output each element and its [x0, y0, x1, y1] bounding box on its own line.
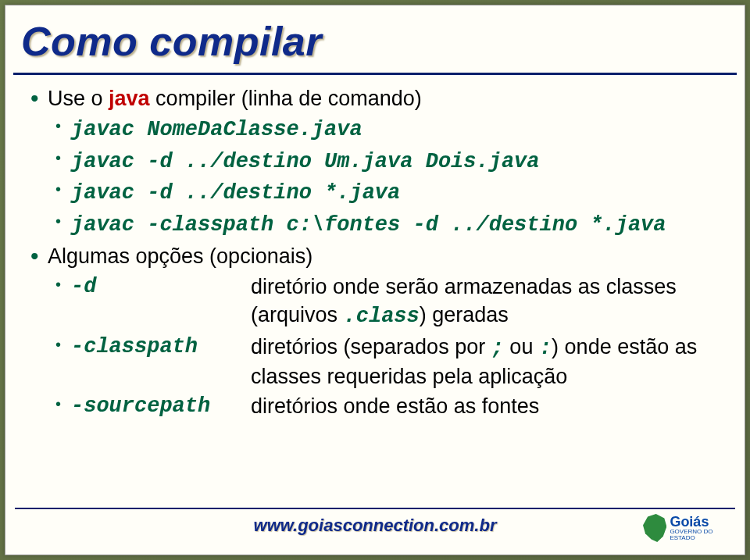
content-area: Use o java compiler (linha de comando) j… [5, 75, 745, 421]
text: ) geradas [420, 303, 509, 326]
option-desc: diretórios onde estão as fontes [251, 392, 724, 420]
option-term: -d [71, 273, 251, 301]
code: javac NomeDaClasse.java [71, 118, 362, 141]
logo-text: Goiás GOVERNO DO ESTADO [670, 515, 729, 541]
bullet-intro: Use o java compiler (linha de comando) j… [26, 84, 724, 239]
text: diretórios (separados por [251, 335, 491, 358]
code-line: javac -d ../destino Um.java Dois.java [48, 146, 724, 176]
bullet-list-level2: javac NomeDaClasse.java javac -d ../dest… [48, 114, 724, 239]
option-desc: diretórios (separados por ; ou :) onde e… [251, 333, 724, 391]
bullet-list-level1: Use o java compiler (linha de comando) j… [26, 84, 724, 421]
bullet-options: Algumas opções (opcionais) -d diretório … [26, 242, 724, 421]
code-line: javac -d ../destino *.java [48, 177, 724, 207]
mono: : [539, 337, 552, 360]
text: Use o [48, 87, 109, 110]
code-line: javac -classpath c:\fontes -d ../destino… [48, 209, 724, 239]
option-d: -d diretório onde serão armazenadas as c… [48, 273, 724, 331]
code: javac -d ../destino Um.java Dois.java [71, 150, 540, 173]
option-desc: diretório onde serão armazenadas as clas… [251, 273, 724, 331]
options-list: -d diretório onde serão armazenadas as c… [48, 273, 724, 421]
code: javac -classpath c:\fontes -d ../destino… [71, 213, 666, 237]
mono: .class [344, 305, 420, 328]
footer-divider [15, 508, 735, 509]
option-classpath: -classpath diretórios (separados por ; o… [48, 333, 724, 391]
code: javac -d ../destino *.java [71, 181, 400, 205]
logo-name: Goiás [670, 515, 729, 529]
text: compiler (linha de comando) [150, 87, 422, 110]
footer: www.goiasconnection.com.br Goiás GOVERNO… [5, 508, 745, 547]
option-term: -sourcepath [71, 392, 251, 420]
text: Algumas opções (opcionais) [48, 244, 312, 268]
footer-url: www.goiasconnection.com.br [5, 515, 745, 536]
goias-logo: Goiás GOVERNO DO ESTADO [643, 511, 729, 545]
java-keyword: java [109, 87, 150, 110]
goias-map-icon [643, 514, 666, 542]
option-term: -classpath [71, 333, 251, 361]
mono: ; [491, 337, 504, 360]
text: ou [504, 335, 539, 358]
option-sourcepath: -sourcepath diretórios onde estão as fon… [48, 392, 724, 420]
slide-title: Como compilar [21, 18, 729, 65]
logo-subtitle: GOVERNO DO ESTADO [670, 529, 729, 541]
code-line: javac NomeDaClasse.java [48, 114, 724, 144]
title-band: Como compilar [13, 13, 737, 75]
slide: Como compilar Use o java compiler (linha… [5, 5, 745, 555]
